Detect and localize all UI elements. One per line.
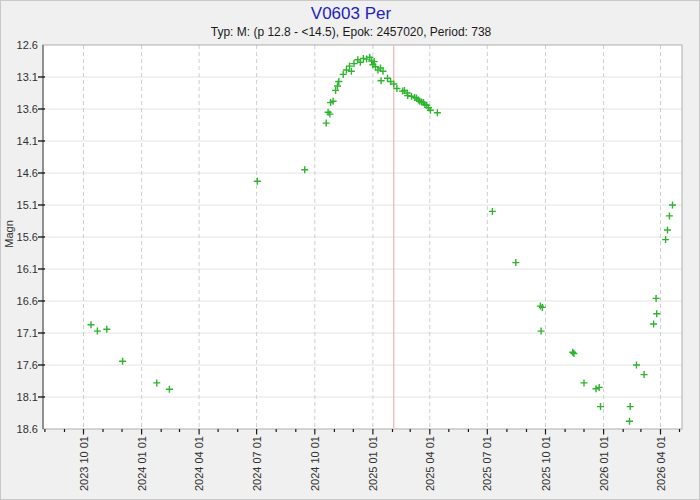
svg-text:2025 07 01: 2025 07 01 [481, 436, 493, 491]
svg-text:18.6: 18.6 [17, 423, 38, 435]
svg-text:2023 10 01: 2023 10 01 [78, 436, 90, 491]
svg-text:14.6: 14.6 [17, 167, 38, 179]
lightcurve-chart: 12.613.113.614.114.615.115.616.116.617.1… [1, 1, 700, 500]
svg-text:18.1: 18.1 [17, 391, 38, 403]
svg-text:2024 04 01: 2024 04 01 [193, 436, 205, 491]
svg-text:13.1: 13.1 [17, 71, 38, 83]
x-axis-ticks [45, 429, 680, 435]
x-axis-labels: 2023 10 012024 01 012024 04 012024 07 01… [78, 436, 667, 491]
svg-text:13.6: 13.6 [17, 103, 38, 115]
svg-text:2025 01 01: 2025 01 01 [367, 436, 379, 491]
svg-text:2024 01 01: 2024 01 01 [136, 436, 148, 491]
svg-text:2025 04 01: 2025 04 01 [424, 436, 436, 491]
svg-text:15.1: 15.1 [17, 199, 38, 211]
svg-text:2024 07 01: 2024 07 01 [251, 436, 263, 491]
svg-text:16.1: 16.1 [17, 263, 38, 275]
svg-text:17.1: 17.1 [17, 327, 38, 339]
svg-text:12.6: 12.6 [17, 39, 38, 51]
lightcurve-window: V0603 Per Typ: M: (p 12.8 - <14.5), Epok… [0, 0, 700, 500]
y-axis-labels: 12.613.113.614.114.615.115.616.116.617.1… [17, 39, 45, 435]
svg-text:2026 01 01: 2026 01 01 [598, 436, 610, 491]
svg-text:2024 10 01: 2024 10 01 [309, 436, 321, 491]
svg-text:15.6: 15.6 [17, 231, 38, 243]
svg-text:2026 04 01: 2026 04 01 [655, 436, 667, 491]
svg-text:14.1: 14.1 [17, 135, 38, 147]
svg-text:16.6: 16.6 [17, 295, 38, 307]
svg-text:2025 10 01: 2025 10 01 [540, 436, 552, 491]
svg-text:17.6: 17.6 [17, 359, 38, 371]
